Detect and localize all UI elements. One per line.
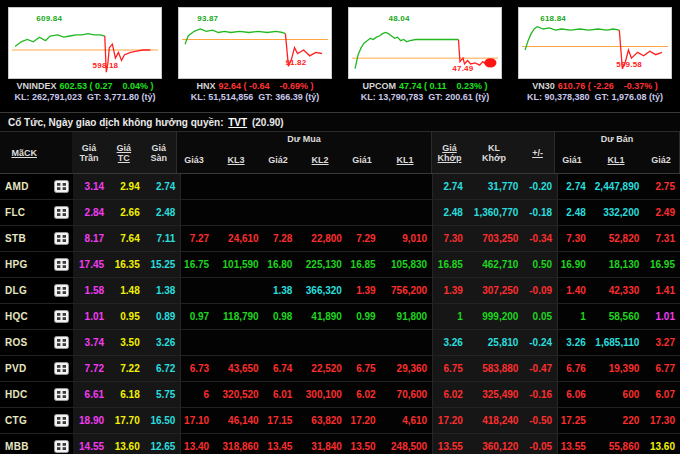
index-change: ( -2.26 -0.37% ) [588,81,658,91]
cell-ban-gia1: 7.30 [557,226,591,252]
cell-ban-gia2: 2.49 [644,200,680,226]
cell-mua-gia1: 17.20 [347,408,381,434]
header-ban-gia2[interactable]: Giá2 [643,146,679,173]
watch-icon[interactable] [54,258,69,271]
news-ticker-link[interactable]: TVT [228,117,247,128]
watch-icon[interactable] [54,336,69,349]
table-row[interactable]: FLC 2.842.662.482.481,360,770-0.182.4833… [0,200,680,226]
watch-icon-cell[interactable] [50,174,74,200]
news-value: (20.90) [249,117,283,128]
ticker-symbol[interactable]: FLC [0,200,50,226]
ticker-symbol[interactable]: CTG [0,408,50,434]
watch-icon-cell[interactable] [50,434,74,454]
watch-icon[interactable] [54,284,69,297]
watch-icon-cell[interactable] [50,226,74,252]
ticker-symbol[interactable]: HQC [0,304,50,330]
watch-icon[interactable] [54,440,69,453]
header-mua-gia2[interactable]: Giá2 [261,146,295,173]
ticker-symbol[interactable]: STB [0,226,50,252]
price-table-header: MãCK Giá Trần Giá TC Giá Sàn Dư Mua Giá3… [0,132,680,174]
cell-mua-gia3: 17.10 [180,408,214,434]
ticker-symbol[interactable]: MBB [0,434,50,454]
header-mua-kl2[interactable]: KL2 [295,146,345,173]
watch-icon-cell[interactable] [50,278,74,304]
ticker-symbol[interactable]: HDC [0,382,50,408]
header-ban-kl1[interactable]: KL1 [589,146,643,173]
cell-gia-tc: 13.60 [109,434,145,454]
ticker-symbol[interactable]: AMD [0,174,50,200]
ticker-symbol[interactable]: DLG [0,278,50,304]
vn30-summary: VN30610.76 ( -2.26 -0.37% ) [532,81,658,92]
ticker-symbol[interactable]: PVD [0,356,50,382]
watch-icon[interactable] [54,206,69,219]
watch-icon-cell[interactable] [50,330,74,356]
table-row[interactable]: AMD 3.142.942.742.7431,770-0.202.742,447… [0,174,680,200]
cell-gia-san: 5.75 [145,382,181,408]
cell-gia-san: 2.74 [145,174,181,200]
watch-icon[interactable] [54,310,69,323]
ticker-symbol[interactable]: ROS [0,330,50,356]
vnindex-volume: KL: 262,791,023 GT: 3,771.80 (tỷ) [14,92,155,102]
index-change: ( 0.27 0.04% ) [90,81,154,91]
table-row[interactable]: HDC 6.616.185.756320,5206.01300,1006.027… [0,382,680,408]
cell-mua-gia3: 13.40 [180,434,214,454]
table-row[interactable]: HQC 1.010.950.890.97118,7900.9841,8900.9… [0,304,680,330]
header-gia-khop[interactable]: Giá Khớp [432,132,467,173]
cell-mua-kl1: 29,360 [381,356,433,382]
hnx-chart: 93.8791.82 [178,7,332,79]
watch-icon[interactable] [54,180,69,193]
table-row[interactable]: PVD 7.727.226.726.7343,6506.7422,5206.75… [0,356,680,382]
index-gt: GT: 366.39 (tỷ) [258,92,319,102]
watch-icon-cell[interactable] [50,200,74,226]
table-row[interactable]: ROS 3.743.503.263.2625,810-0.243.261,685… [0,330,680,356]
watch-icon-cell[interactable] [50,252,74,278]
cell-ban-gia1: 2.74 [557,174,591,200]
header-gia-tc[interactable]: Giá TC [106,132,141,173]
cell-mua-gia1: 13.50 [347,434,381,454]
watch-icon-cell[interactable] [50,382,74,408]
watch-icon[interactable] [54,414,69,427]
cell-gia-tran: 1.01 [73,304,109,330]
header-gia-san[interactable]: Giá Sàn [141,132,176,173]
cell-gia-tran: 3.14 [73,174,109,200]
cell-thay-doi: 0.05 [523,304,557,330]
table-row[interactable]: DLG 1.581.481.381.38366,3201.39756,2001.… [0,278,680,304]
header-mua-kl1[interactable]: KL1 [379,146,431,173]
watch-icon[interactable] [54,388,69,401]
watch-icon-cell[interactable] [50,356,74,382]
header-mua-kl3[interactable]: KL3 [211,146,261,173]
cell-thay-doi: -0.50 [523,408,557,434]
chart-low-label: 47.49 [452,64,473,73]
table-row[interactable]: CTG 18.9017.7016.5017.1046,14017.1563,82… [0,408,680,434]
header-thay-doi[interactable]: +/- [521,132,554,173]
watch-icon-cell[interactable] [50,408,74,434]
group-label-du-ban: Dư Bán [555,132,679,146]
ticker-symbol[interactable]: HPG [0,252,50,278]
cell-mua-gia3 [180,278,214,304]
cell-mua-kl2: 31,840 [297,434,347,454]
header-ban-gia1[interactable]: Giá1 [555,146,589,173]
cell-ban-gia1: 1 [557,304,591,330]
header-mack[interactable]: MãCK [0,132,48,173]
cell-ban-gia2: 1.01 [644,304,680,330]
cell-gia-khop: 13.55 [432,434,468,454]
cell-gia-tc: 17.70 [109,408,145,434]
watch-icon[interactable] [54,232,69,245]
cell-mua-kl3: 43,650 [214,356,264,382]
cell-gia-san: 3.26 [145,330,181,356]
cell-gia-san: 16.50 [145,408,181,434]
cell-kl-khop: 999,200 [468,304,523,330]
cell-thay-doi: -0.20 [523,174,557,200]
cell-mua-kl2: 300,100 [297,382,347,408]
table-row[interactable]: MBB 14.5513.6012.6513.40318,86013.4531,8… [0,434,680,454]
header-kl-khop[interactable]: KL Khớp [467,132,521,173]
watch-icon[interactable] [54,362,69,375]
cell-mua-gia2 [264,174,298,200]
cell-mua-gia1: 0.99 [347,304,381,330]
watch-icon-cell[interactable] [50,304,74,330]
table-row[interactable]: HPG 17.4516.3515.2516.75101,59016.80225,… [0,252,680,278]
header-gia-tran[interactable]: Giá Trần [72,132,107,173]
table-row[interactable]: STB 8.177.647.117.2724,6107.2822,8007.29… [0,226,680,252]
header-mua-gia3[interactable]: Giá3 [177,146,211,173]
header-mua-gia1[interactable]: Giá1 [345,146,379,173]
